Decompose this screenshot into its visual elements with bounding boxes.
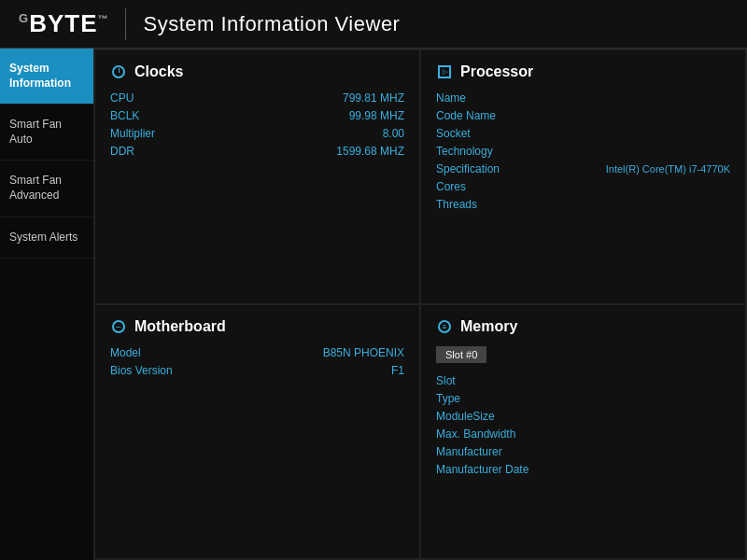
clock-ddr-value: 1599.68 MHZ: [336, 145, 404, 158]
page-title: System Information Viewer: [143, 12, 400, 36]
motherboard-panel-header: Motherboard: [110, 318, 404, 335]
proc-name-label: Name: [436, 91, 466, 105]
processor-panel: Processor Name Code Name Socket Technolo…: [421, 50, 745, 303]
clock-cpu-value: 799.81 MHZ: [343, 91, 404, 105]
main-layout: System Information Smart Fan Auto Smart …: [0, 49, 747, 560]
clocks-panel: Clocks CPU 799.81 MHZ BCLK 99.98 MHZ Mul…: [95, 50, 419, 303]
clock-multiplier-label: Multiplier: [110, 127, 155, 140]
proc-specification-label: Specification: [436, 162, 500, 175]
mb-bios-label: Bios Version: [110, 364, 173, 377]
proc-row-codename: Code Name: [436, 109, 730, 122]
content-grid: Clocks CPU 799.81 MHZ BCLK 99.98 MHZ Mul…: [93, 49, 747, 560]
mb-model-value: B85N PHOENIX: [323, 346, 404, 359]
clock-bclk-value: 99.98 MHZ: [349, 109, 404, 122]
mem-row-manuf-date: Manufacturer Date: [436, 463, 730, 476]
proc-technology-label: Technology: [436, 145, 493, 158]
sidebar-item-smart-fan-auto[interactable]: Smart Fan Auto: [0, 105, 93, 161]
proc-socket-label: Socket: [436, 127, 471, 140]
mem-bandwidth-label: Max. Bandwidth: [436, 427, 515, 441]
memory-slot-0-button[interactable]: Slot #0: [436, 346, 486, 363]
memory-panel: Memory Slot #0 Slot Type ModuleSize Max.…: [421, 305, 745, 558]
motherboard-icon: [110, 318, 127, 335]
proc-row-threads: Threads: [436, 198, 730, 211]
mb-row-bios: Bios Version F1: [110, 364, 404, 377]
proc-specification-value: Intel(R) Core(TM) i7-4770K: [606, 163, 730, 175]
proc-row-cores: Cores: [436, 180, 730, 193]
sidebar-item-smart-fan-advanced[interactable]: Smart Fan Advanced: [0, 161, 93, 217]
motherboard-panel: Motherboard Model B85N PHOENIX Bios Vers…: [95, 305, 419, 558]
memory-panel-header: Memory: [436, 318, 730, 335]
mem-slot-label: Slot: [436, 374, 456, 387]
proc-row-specification: Specification Intel(R) Core(TM) i7-4770K: [436, 162, 730, 175]
proc-cores-label: Cores: [436, 180, 466, 193]
memory-title: Memory: [460, 318, 517, 335]
clock-row-bclk: BCLK 99.98 MHZ: [110, 109, 404, 122]
mb-model-label: Model: [110, 346, 141, 359]
clocks-title: Clocks: [134, 63, 183, 80]
clock-ddr-label: DDR: [110, 145, 134, 158]
clock-multiplier-value: 8.00: [383, 127, 404, 140]
mem-type-label: Type: [436, 392, 460, 405]
clocks-icon: [110, 63, 127, 80]
proc-row-technology: Technology: [436, 145, 730, 158]
proc-row-socket: Socket: [436, 127, 730, 140]
proc-codename-label: Code Name: [436, 109, 496, 122]
mem-row-manufacturer: Manufacturer: [436, 445, 730, 458]
proc-threads-label: Threads: [436, 198, 477, 211]
clock-bclk-label: BCLK: [110, 109, 139, 122]
memory-slot-selector: Slot #0: [436, 346, 730, 363]
clock-row-cpu: CPU 799.81 MHZ: [110, 91, 404, 105]
mem-row-slot: Slot: [436, 374, 730, 387]
memory-icon: [436, 318, 453, 335]
clock-row-ddr: DDR 1599.68 MHZ: [110, 145, 404, 158]
mem-modulesize-label: ModuleSize: [436, 410, 495, 423]
sidebar: System Information Smart Fan Auto Smart …: [0, 49, 93, 560]
mem-row-bandwidth: Max. Bandwidth: [436, 427, 730, 441]
header: GBYTE™ System Information Viewer: [0, 0, 747, 49]
brand-prefix: G: [19, 11, 29, 25]
header-divider: [125, 8, 126, 40]
mem-manufacturer-label: Manufacturer: [436, 445, 502, 458]
clock-cpu-label: CPU: [110, 91, 134, 105]
brand-logo: GBYTE™: [19, 9, 108, 38]
mb-bios-value: F1: [391, 364, 404, 377]
motherboard-title: Motherboard: [134, 318, 226, 335]
processor-icon: [436, 63, 453, 80]
mem-row-type: Type: [436, 392, 730, 405]
sidebar-item-system-alerts[interactable]: System Alerts: [0, 217, 93, 259]
mb-row-model: Model B85N PHOENIX: [110, 346, 404, 359]
proc-row-name: Name: [436, 91, 730, 105]
mem-row-modulesize: ModuleSize: [436, 410, 730, 423]
processor-panel-header: Processor: [436, 63, 730, 80]
clock-row-multiplier: Multiplier 8.00: [110, 127, 404, 140]
processor-title: Processor: [460, 63, 533, 80]
brand-tm: ™: [97, 13, 108, 24]
clocks-panel-header: Clocks: [110, 63, 404, 80]
sidebar-item-system-information[interactable]: System Information: [0, 49, 93, 105]
mem-manuf-date-label: Manufacturer Date: [436, 463, 529, 476]
